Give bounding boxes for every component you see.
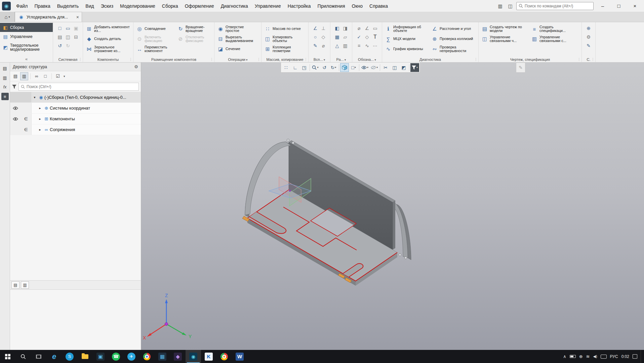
parameters-panel-icon[interactable]: ▥: [1, 74, 9, 81]
taskbar-browser[interactable]: [216, 350, 232, 363]
close-button[interactable]: ×: [628, 0, 642, 12]
start-button[interactable]: [0, 350, 15, 363]
tree-search-input[interactable]: [27, 84, 136, 89]
layout-face-button[interactable]: ◨: [341, 24, 349, 33]
layout-grid-button[interactable]: ▥: [341, 41, 349, 50]
group-caret-icon[interactable]: ▾: [374, 58, 376, 62]
model-canvas[interactable]: Z X Y: [141, 63, 644, 350]
panel-menu-icon[interactable]: ≡: [1, 93, 9, 100]
manage-linked-specs-button[interactable]: ▥Управление связанными с...: [531, 34, 579, 44]
notation-list-button[interactable]: ≡: [355, 41, 363, 50]
clip-plane-button[interactable]: ✂: [381, 63, 390, 72]
notation-dim-button[interactable]: ▭: [371, 24, 379, 33]
orbit-button[interactable]: ↻▾: [329, 63, 338, 72]
zones-button[interactable]: ◩: [399, 63, 408, 72]
menu-file[interactable]: Файл: [13, 0, 31, 12]
wifi-icon[interactable]: ≋: [586, 354, 590, 359]
menu-modeling[interactable]: Моделирование: [117, 0, 159, 12]
menu-settings[interactable]: Настройка: [284, 0, 314, 12]
gizmo-origin[interactable]: [289, 190, 291, 192]
layout-surface-button[interactable]: ◧: [333, 24, 341, 33]
tab-close-icon[interactable]: ×: [76, 14, 79, 20]
corner-pin[interactable]: [287, 139, 289, 142]
new-document-button[interactable]: □: [56, 24, 64, 33]
hide-objects-button[interactable]: ▾: [360, 63, 369, 72]
tree-row-mates[interactable]: ∈ ▸ ∞ Сопряжения: [10, 124, 141, 135]
taskbar-word[interactable]: W: [232, 350, 247, 363]
create-drawing-button[interactable]: ▤Создать чертеж по модели: [481, 24, 529, 34]
group-caret-icon[interactable]: ▾: [246, 58, 248, 62]
disable-fixation-button[interactable]: ⊘Отключить фиксацию: [177, 34, 211, 44]
sketch-button[interactable]: ✎: [516, 63, 525, 73]
section-view-button[interactable]: ◫: [390, 63, 399, 72]
show-desktop-button[interactable]: [641, 350, 643, 363]
tree-view-composition-button[interactable]: ▥: [20, 72, 28, 80]
taskbar-search-button[interactable]: [15, 350, 31, 363]
eye-icon[interactable]: [13, 117, 18, 121]
taskbar-dev-app[interactable]: ◆: [170, 350, 186, 363]
tree-view-structure-button[interactable]: ▤: [11, 72, 19, 80]
group-grip-icon[interactable]: ⋮: [79, 57, 82, 61]
maximize-button[interactable]: □: [612, 0, 626, 12]
mass-properties-button[interactable]: ∑МЦХ модели: [385, 34, 429, 44]
touch-keyboard-icon[interactable]: [601, 355, 607, 359]
undo-button[interactable]: ↺: [56, 41, 64, 50]
notation-wave-button[interactable]: ∿: [363, 41, 371, 50]
collision-check-button[interactable]: ⊗Проверка коллизий: [431, 34, 476, 44]
chevron-down-icon[interactable]: ▾: [63, 75, 66, 78]
battery-icon[interactable]: [570, 355, 576, 358]
taskbar-chrome[interactable]: [139, 350, 155, 363]
tray-expand-icon[interactable]: ∧: [563, 354, 566, 359]
clock[interactable]: 0:02: [621, 354, 629, 359]
corner-pin[interactable]: [399, 254, 401, 256]
viewport-3d[interactable]: Z X Y ∷ ∟ ◳ ▾ ↺ ↻▾ □▾ ▾: [141, 63, 644, 350]
taskbar-skype[interactable]: S: [62, 350, 77, 363]
fastener-pin[interactable]: [242, 216, 249, 221]
move-component-button[interactable]: ↔Переместить компонент: [136, 44, 175, 54]
notation-text-button[interactable]: Т: [371, 33, 379, 41]
orientation-button[interactable]: ∟: [291, 63, 299, 72]
create-specification-button[interactable]: ≡Создать спецификаци...: [531, 24, 579, 34]
layout-panels-icon[interactable]: ▥: [496, 2, 504, 10]
copy-objects-button[interactable]: ◫Копировать объекты: [264, 34, 306, 44]
notation-diameter-button[interactable]: ⌀: [355, 24, 363, 33]
rotate-button[interactable]: ↺: [320, 63, 329, 72]
menu-select[interactable]: Выделить: [54, 0, 82, 12]
menu-window[interactable]: Окно: [349, 0, 366, 12]
save-all-button[interactable]: ⊟: [72, 33, 80, 41]
group-grip-icon[interactable]: ⋮: [129, 57, 132, 61]
snap-grid-button[interactable]: ∷: [282, 63, 290, 72]
manage-linked-drawings-button[interactable]: ◫Управление связанными ч...: [481, 34, 529, 44]
group-grip-icon[interactable]: ⋮: [304, 57, 308, 61]
section-button[interactable]: ◪Сечение: [217, 44, 258, 54]
create-part-button[interactable]: ◆Создать деталь: [86, 34, 130, 44]
collapse-modes-icon[interactable]: «: [25, 56, 28, 62]
shaded-view-button[interactable]: [340, 63, 349, 72]
distance-angle-button[interactable]: ∠Расстояние и угол: [431, 24, 476, 34]
group-caret-icon[interactable]: ▾: [324, 58, 325, 62]
menu-help[interactable]: Справка: [366, 0, 391, 12]
menu-applications[interactable]: Приложения: [314, 0, 349, 12]
ghost-view-button[interactable]: ▾: [370, 63, 379, 72]
variables-panel-icon[interactable]: fx: [1, 83, 9, 91]
tree-search-field[interactable]: [18, 83, 139, 91]
notification-center-icon[interactable]: [633, 354, 637, 359]
model-3d[interactable]: [242, 139, 411, 286]
curvature-graph-button[interactable]: ∿График кривизны: [385, 44, 429, 54]
service-gear-button[interactable]: ⚙: [585, 33, 593, 41]
expand-arrow-icon[interactable]: ▾: [32, 95, 38, 99]
model-wall-end-face[interactable]: [393, 201, 395, 250]
cut-extrude-button[interactable]: ⊟Вырезать выдавливанием: [217, 34, 258, 44]
taskbar-kompas[interactable]: ◉: [186, 350, 201, 363]
filter-button[interactable]: ▾: [410, 63, 419, 72]
mode-assembly[interactable]: ◧ Сборка: [0, 23, 53, 32]
command-search-input[interactable]: [525, 4, 591, 8]
display-mode-button[interactable]: □▾: [349, 63, 358, 72]
menu-diagnostics[interactable]: Диагностика: [217, 0, 251, 12]
group-grip-icon[interactable]: ⋮: [210, 57, 213, 61]
notation-check-button[interactable]: ✓: [355, 33, 363, 41]
aux-point-button[interactable]: ○: [311, 33, 319, 41]
geometry-collection-button[interactable]: ⊞Коллекция геометрии: [264, 44, 306, 54]
aux-axis-button[interactable]: ∠: [311, 24, 319, 33]
notation-angle-button[interactable]: ∠: [363, 24, 371, 33]
